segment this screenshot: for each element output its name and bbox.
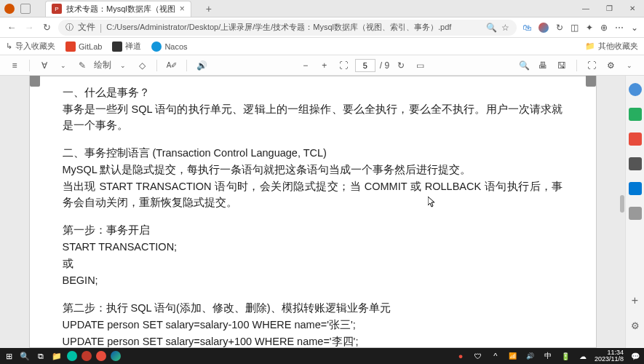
save-icon[interactable]: 🖫	[554, 58, 569, 73]
gear-icon[interactable]: ⚙	[603, 58, 618, 73]
app-icon[interactable]	[20, 4, 31, 14]
tray-cloud-icon[interactable]: ☁	[577, 350, 589, 362]
import-icon: ↳	[6, 41, 12, 51]
favorite-icon[interactable]: ☆	[501, 23, 509, 33]
page-view-icon[interactable]: ▭	[413, 58, 427, 73]
tray-shield-icon[interactable]: 🛡	[472, 350, 484, 362]
read-aloud-icon[interactable]: 🔊	[194, 58, 209, 73]
side-settings-icon[interactable]: ⚙	[629, 319, 642, 332]
page-binder-right	[586, 76, 596, 87]
side-outlook-icon[interactable]	[629, 182, 642, 195]
page-number-input[interactable]	[355, 59, 375, 72]
fullscreen-icon[interactable]: ⛶	[584, 58, 599, 73]
sync-icon[interactable]: ↻	[556, 23, 563, 33]
side-add-icon[interactable]: +	[629, 294, 642, 307]
zoom-icon[interactable]: 🔍	[486, 23, 497, 33]
settings-caret-icon[interactable]: ⌄	[631, 23, 638, 33]
doc-line: 二、事务控制语言 (Transaction Control Language, …	[63, 146, 563, 162]
shopping-icon[interactable]: 🛍	[522, 23, 531, 33]
maximize-button[interactable]: ❐	[597, 0, 621, 17]
url-text: C:/Users/Administrator/Desktop/上课录屏/学生/技…	[106, 22, 482, 33]
side-shopping-icon[interactable]	[629, 132, 642, 146]
info-icon[interactable]: ⓘ	[65, 22, 73, 33]
app3-icon[interactable]	[96, 351, 106, 361]
doc-line: START TRANSACTION;	[63, 240, 563, 256]
bookmark-nacos[interactable]: Nacos	[151, 41, 187, 52]
url-separator: |	[100, 23, 102, 33]
bookmark-gitlab[interactable]: GitLab	[65, 41, 102, 52]
system-clock[interactable]: 11:34 2023/11/8	[595, 349, 624, 363]
minimize-button[interactable]: —	[574, 0, 597, 17]
doc-line: 事务是一些列 SQL 语句的执行单元、逻辑上的一组操作、要么全执行，要么全不执行…	[63, 102, 563, 134]
import-bookmarks[interactable]: ↳ 导入收藏夹	[6, 41, 55, 52]
pdf-toolbar: ≡ ∀ ⌄ ✎ 绘制 ⌄ ◇ A✐ 🔊 − + ⛶ / 9 ↻ ▭ 🔍 🖶 🖫 …	[0, 55, 644, 76]
side-games-icon[interactable]	[629, 157, 642, 170]
doc-line: 第二步：执行 SQL 语句(添加、修改、删除)、模拟转账逻辑业务单元	[63, 301, 563, 317]
window-titlebar: P 技术专题：Mysql数据库（视图 × + — ❐ ✕	[0, 0, 644, 17]
draw-tool-icon[interactable]: ✎	[75, 58, 90, 73]
tray-rec-icon[interactable]: ●	[455, 350, 466, 362]
draw-caret-icon[interactable]: ⌄	[116, 58, 130, 73]
tab-close-icon[interactable]: ×	[180, 4, 185, 14]
doc-line: BEGIN;	[63, 273, 563, 289]
pdf-page: 一、什么是事务？ 事务是一些列 SQL 语句的执行单元、逻辑上的一组操作、要么全…	[29, 76, 597, 348]
highlight-caret-icon[interactable]: ⌄	[56, 58, 71, 73]
zentao-icon	[112, 41, 122, 52]
back-button[interactable]: ←	[6, 22, 17, 33]
print-icon[interactable]: 🖶	[536, 58, 550, 73]
tray-vol-icon[interactable]: 🔊	[525, 350, 536, 362]
tray-net-icon[interactable]: 📶	[507, 350, 519, 362]
close-button[interactable]: ✕	[621, 0, 644, 17]
doc-line: 或	[63, 256, 563, 272]
erase-tool-icon[interactable]: ◇	[135, 58, 149, 73]
doc-line: 第一步：事务开启	[63, 223, 563, 239]
url-bar[interactable]: ⓘ 文件 | C:/Users/Administrator/Desktop/上课…	[58, 20, 517, 36]
profile-icon[interactable]	[4, 4, 15, 14]
highlight-tool-icon[interactable]: ∀	[37, 58, 52, 73]
bookmark-zentao[interactable]: 禅道	[112, 41, 141, 52]
rotate-icon[interactable]: ↻	[394, 58, 408, 73]
start-button[interactable]: ⊞	[3, 350, 15, 362]
collections-icon[interactable]: ⊕	[600, 23, 608, 33]
sidebar-toggle-icon[interactable]: ≡	[7, 58, 22, 73]
app1-icon[interactable]	[67, 351, 77, 361]
side-tools-icon[interactable]	[629, 108, 642, 121]
search-icon[interactable]: 🔍	[517, 58, 531, 73]
tray-chevron-icon[interactable]: ^	[490, 350, 501, 362]
text-tool-icon[interactable]: A✐	[164, 58, 179, 73]
draw-label[interactable]: 绘制	[94, 59, 111, 71]
fit-page-icon[interactable]: ⛶	[336, 58, 351, 73]
windows-taskbar: ⊞ 🔍 ⧉ 📁 ● 🛡 ^ 📶 🔊 中 🔋 ☁ 11:34 2023/11/8 …	[0, 348, 644, 364]
browser-tab[interactable]: P 技术专题：Mysql数据库（视图 ×	[45, 1, 191, 17]
task-view-icon[interactable]: ⧉	[35, 350, 47, 362]
vertical-scrollbar[interactable]	[620, 195, 624, 213]
split-icon[interactable]: ◫	[571, 23, 579, 33]
gitlab-icon	[65, 41, 76, 52]
doc-line: UPDATE person SET salary=salary-100 WHER…	[63, 317, 563, 333]
zoom-in-button[interactable]: +	[317, 58, 332, 73]
notifications-icon[interactable]: 💬	[629, 350, 641, 362]
tray-battery-icon[interactable]: 🔋	[560, 350, 571, 362]
new-tab-button[interactable]: +	[202, 3, 216, 15]
pdf-viewport[interactable]: 一、什么是事务？ 事务是一些列 SQL 语句的执行单元、逻辑上的一组操作、要么全…	[0, 76, 625, 348]
address-bar: ← → ↻ ⓘ 文件 | C:/Users/Administrator/Desk…	[0, 17, 644, 38]
tray-ime-icon[interactable]: 中	[542, 350, 554, 362]
menu-icon[interactable]: ⋯	[615, 23, 624, 33]
side-search-icon[interactable]	[629, 83, 642, 96]
pdf-icon: P	[52, 4, 62, 14]
doc-line: UPDATE person SET salary=salary+100 WHER…	[63, 334, 563, 348]
bookmarks-bar: ↳ 导入收藏夹 GitLab 禅道 Nacos 📁 其他收藏夹	[0, 38, 644, 55]
extensions-icon[interactable]: ✦	[586, 23, 593, 33]
zoom-out-button[interactable]: −	[298, 58, 313, 73]
copilot-icon[interactable]	[538, 23, 549, 33]
explorer-icon[interactable]: 📁	[51, 350, 63, 362]
edge-icon[interactable]	[111, 351, 121, 361]
app2-icon[interactable]	[82, 351, 92, 361]
toolbar-caret-icon[interactable]: ⌄	[622, 58, 637, 73]
side-onedrive-icon[interactable]	[629, 207, 642, 220]
search-taskbar-icon[interactable]: 🔍	[19, 350, 31, 362]
page-total: / 9	[380, 60, 389, 71]
refresh-button[interactable]: ↻	[41, 22, 52, 33]
forward-button: →	[23, 22, 35, 33]
other-bookmarks[interactable]: 📁 其他收藏夹	[585, 41, 638, 52]
